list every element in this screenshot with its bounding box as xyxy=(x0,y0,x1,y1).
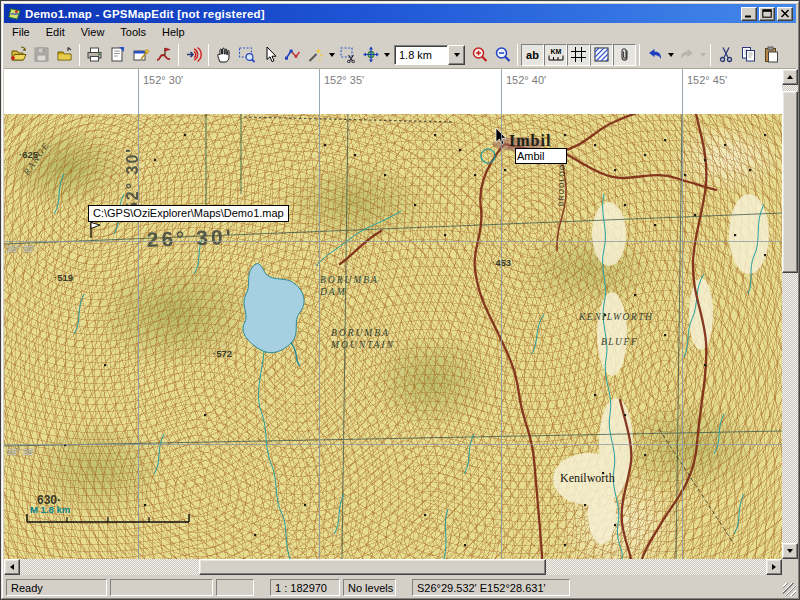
gridline-horizontal xyxy=(4,444,782,445)
magic-tool-dropdown[interactable] xyxy=(327,44,336,66)
app-window: Demo1.map - GPSMapEdit [not registered] … xyxy=(0,0,800,600)
grid-label-x1: 152° 35' xyxy=(324,74,364,86)
status-scale: 1 : 182970 xyxy=(270,579,340,596)
menu-file[interactable]: File xyxy=(4,24,38,40)
pan-tool-button[interactable] xyxy=(212,44,235,66)
minimize-icon xyxy=(744,9,754,18)
ruler-toggle-button[interactable]: KM xyxy=(544,44,567,66)
zoom-in-button[interactable] xyxy=(468,44,491,66)
status-panel-3 xyxy=(216,579,254,596)
close-button[interactable] xyxy=(777,7,793,21)
zoom-select-tool-button[interactable] xyxy=(235,44,258,66)
save-button[interactable] xyxy=(30,44,53,66)
grid-toggle-button[interactable] xyxy=(567,44,590,66)
title-bar[interactable]: Demo1.map - GPSMapEdit [not registered] xyxy=(4,4,796,23)
map-printed-lat-label: 26° 30' xyxy=(146,225,234,251)
maximize-button[interactable] xyxy=(759,7,775,21)
map-properties-button[interactable] xyxy=(129,44,152,66)
polyline-tool-button[interactable] xyxy=(281,44,304,66)
gridline-horizontal xyxy=(4,241,782,242)
minimize-button[interactable] xyxy=(741,7,757,21)
toolbar-separator xyxy=(178,44,179,66)
scroll-down-button[interactable] xyxy=(782,543,798,559)
scale-combobox[interactable]: 1.8 km xyxy=(394,45,465,65)
scroll-up-button[interactable] xyxy=(782,69,798,85)
label-edit-input[interactable] xyxy=(515,148,567,164)
grid-icon xyxy=(570,46,587,63)
map-properties-icon xyxy=(132,46,150,63)
properties-icon xyxy=(109,46,126,63)
undo-button[interactable] xyxy=(643,44,666,66)
open-icon xyxy=(10,46,28,63)
status-panel-2 xyxy=(110,579,213,596)
menu-view[interactable]: View xyxy=(73,24,113,40)
gps-upload-button[interactable] xyxy=(182,44,205,66)
undo-icon xyxy=(646,46,664,63)
map-label-bluff-2: BLUFF xyxy=(601,337,638,347)
map-label-brooloo: BROOLOO xyxy=(557,164,565,207)
scale-dropdown-button[interactable] xyxy=(448,45,465,65)
vertical-scroll-thumb[interactable] xyxy=(782,91,798,273)
menu-help[interactable]: Help xyxy=(154,24,193,40)
zoom-in-icon xyxy=(471,46,489,64)
svg-text:KM: KM xyxy=(550,48,561,55)
window-title: Demo1.map - GPSMapEdit [not registered] xyxy=(25,8,741,20)
horizontal-scroll-thumb[interactable] xyxy=(199,559,546,575)
menu-tools[interactable]: Tools xyxy=(112,24,154,40)
horizontal-scrollbar[interactable] xyxy=(4,559,782,575)
scroll-right-button[interactable] xyxy=(766,559,782,575)
map-label-dam-1: BORUMBA xyxy=(320,275,379,285)
pan-icon xyxy=(215,46,232,63)
toolbar-separator xyxy=(517,44,518,66)
map-label-mountain-2: MOUNTAIN xyxy=(330,340,395,350)
labels-toggle-button[interactable]: ab xyxy=(521,44,544,66)
gridline-vertical xyxy=(319,69,320,559)
map-canvas[interactable]: 26° 30' 52° 30' Imbil Kenilworth RANGE B… xyxy=(4,114,782,559)
scroll-left-button[interactable] xyxy=(4,559,20,575)
map-file-tooltip: C:\GPS\OziExplorer\Maps\Demo1.map xyxy=(88,205,289,222)
arrow-left-icon xyxy=(10,564,14,570)
paste-icon xyxy=(763,46,780,63)
cut-button[interactable] xyxy=(714,44,737,66)
undo-dropdown[interactable] xyxy=(666,44,675,66)
zoom-out-button[interactable] xyxy=(491,44,514,66)
status-coordinates: S26°29.532' E152°28.631' xyxy=(412,579,570,596)
toolbar-separator xyxy=(79,44,80,66)
map-label-mountain-1: BORUMBA xyxy=(331,328,390,338)
close-map-button[interactable] xyxy=(53,44,76,66)
map-spot-625: ·625 xyxy=(19,149,39,160)
status-levels: No levels xyxy=(343,579,396,596)
open-button[interactable] xyxy=(7,44,30,66)
redo-dropdown[interactable] xyxy=(698,44,707,66)
scale-value[interactable]: 1.8 km xyxy=(394,45,448,65)
scale-ruler-label: M 1.8 km xyxy=(30,504,70,515)
toolbar-separator xyxy=(208,44,209,66)
route-flag-button[interactable] xyxy=(152,44,175,66)
copy-button[interactable] xyxy=(737,44,760,66)
properties-button[interactable] xyxy=(106,44,129,66)
transform-tool-button[interactable] xyxy=(359,44,382,66)
menu-edit[interactable]: Edit xyxy=(38,24,73,40)
redo-button[interactable] xyxy=(675,44,698,66)
labels-icon: ab xyxy=(526,49,539,61)
gridline-vertical xyxy=(138,69,139,559)
status-bar: Ready 1 : 182970 No levels S26°29.532' E… xyxy=(4,577,796,598)
map-viewport: 26° 30' 52° 30' Imbil Kenilworth RANGE B… xyxy=(4,69,798,575)
polyline-icon xyxy=(284,46,302,63)
paste-button[interactable] xyxy=(760,44,783,66)
hatch-toggle-button[interactable] xyxy=(590,44,613,66)
copy-icon xyxy=(740,46,757,63)
resize-grip[interactable] xyxy=(783,583,796,596)
vertical-scrollbar[interactable] xyxy=(782,69,798,559)
magic-tool-button[interactable] xyxy=(304,44,327,66)
select-tool-button[interactable] xyxy=(258,44,281,66)
crop-tool-button[interactable] xyxy=(336,44,359,66)
maximize-icon xyxy=(762,9,772,18)
attachments-toggle-button[interactable] xyxy=(613,44,636,66)
scale-ruler: M 1.8 km xyxy=(22,501,197,527)
crop-icon xyxy=(339,46,357,63)
ruler-icon: KM xyxy=(547,46,565,63)
route-flag-icon xyxy=(155,46,173,63)
print-button[interactable] xyxy=(83,44,106,66)
transform-tool-dropdown[interactable] xyxy=(382,44,391,66)
